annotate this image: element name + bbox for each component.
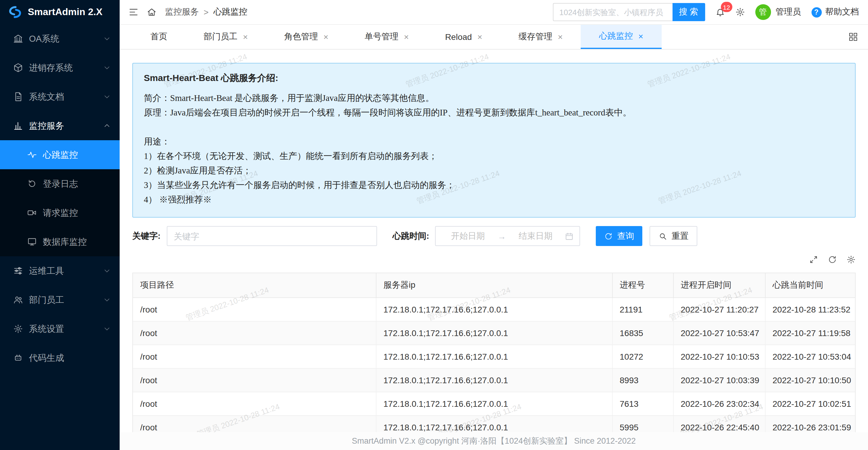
date-range-picker[interactable]: 开始日期 → 结束日期 [435,226,580,246]
table-cell: 2022-10-26 22:45:40 [673,415,765,432]
table-cell: 2022-10-28 11:23:52 [765,297,855,321]
table-cell: 172.18.0.1;172.17.16.6;127.0.0.1 [376,321,612,344]
global-search: 搜 索 [553,3,705,21]
help-label: 帮助文档 [825,7,859,18]
tab-cache-manage[interactable]: 缓存管理 × [500,25,581,49]
table-cell: 2022-10-26 23:01:59 [765,415,855,432]
sidebar-item-monitor[interactable]: 监控服务 [0,111,120,140]
menu-collapse-icon[interactable] [129,7,138,17]
notification-bell[interactable]: 12 [715,7,725,17]
table-column-header: 项目路径 [133,273,376,297]
column-setting-gear-icon[interactable] [846,255,855,264]
tab-home[interactable]: 首页 [132,25,186,49]
sidebar-item-label: 监控服务 [29,120,64,131]
query-button[interactable]: 查询 [596,226,643,246]
gear-icon[interactable] [735,7,745,17]
sidebar-submenu-monitor: 心跳监控 登录日志 请求监控 数据库监控 [0,140,120,256]
sidebar-item-label: 代码生成 [29,352,64,364]
tab-list-menu[interactable] [838,25,868,49]
table-cell: 2022-10-27 10:53:47 [673,321,765,344]
end-date-placeholder[interactable]: 结束日期 [510,231,562,241]
fullscreen-icon[interactable] [809,255,818,264]
sidebar-item-login-log[interactable]: 登录日志 [0,169,120,198]
table-column-header: 心跳当前时间 [765,273,855,297]
sidebar-item-label: OA系统 [29,33,59,44]
logo-icon [8,5,22,19]
app-logo[interactable]: SmartAdmin 2.X [0,0,120,24]
file-icon [13,92,23,101]
sidebar-item-oa[interactable]: OA系统 [0,24,120,53]
sidebar-item-label: 系统设置 [29,323,64,335]
heartbeat-table: 项目路径服务器ip进程号进程开启时间心跳当前时间 /root172.18.0.1… [132,273,855,432]
tab-role-manage[interactable]: 角色管理 × [266,25,346,49]
bar-chart-icon [13,121,23,130]
avatar: 管 [755,4,771,20]
sidebar-item-employee[interactable]: 部门员工 [0,285,120,314]
query-button-label: 查询 [617,231,634,241]
close-icon[interactable]: × [404,33,409,41]
sidebar-item-docs[interactable]: 系统文档 [0,82,120,111]
table-cell: 21191 [612,297,673,321]
chevron-up-icon [103,122,111,129]
page-content: 管理员 2022-10-28 11:24管理员 2022-10-28 11:24… [120,50,868,432]
bank-icon [13,34,23,43]
sidebar-item-settings[interactable]: 系统设置 [0,314,120,343]
table-body: /root172.18.0.1;172.17.16.6;127.0.0.1211… [133,297,855,432]
close-icon[interactable]: × [323,33,328,41]
table-cell: 2022-10-27 10:02:51 [765,392,855,415]
close-icon[interactable]: × [243,33,248,41]
sidebar-item-label: 进销存系统 [29,62,73,73]
sidebar-item-ops[interactable]: 运维工具 [0,256,120,285]
sidebar-item-request-monitor[interactable]: 请求监控 [0,198,120,227]
table-row: /root172.18.0.1;172.17.16.6;127.0.0.1211… [133,297,855,321]
sidebar-item-label: 数据库监控 [43,236,87,247]
table-column-header: 进程号 [612,273,673,297]
close-icon[interactable]: × [558,33,563,41]
sidebar-item-label: 请求监控 [43,207,78,218]
breadcrumb-item[interactable]: 监控服务 [165,7,199,18]
table-cell: 172.18.0.1;172.17.16.6;127.0.0.1 [376,392,612,415]
intro-line: 用途： [144,134,844,149]
tab-order-manage[interactable]: 单号管理 × [346,25,427,49]
user-name: 管理员 [776,7,801,18]
home-icon[interactable] [147,7,156,17]
search-input[interactable] [553,3,672,21]
close-icon[interactable]: × [477,33,482,41]
sidebar-item-db-monitor[interactable]: 数据库监控 [0,227,120,256]
intro-title: Smart-Heart-Beat 心跳服务介绍: [144,72,844,84]
help-doc-link[interactable]: ? 帮助文档 [811,7,859,18]
search-button[interactable]: 搜 索 [672,3,705,21]
video-icon [27,208,37,218]
footer-text: SmartAdmin V2.x @copyright 河南·洛阳【1024创新实… [352,436,636,446]
sidebar-item-label: 运维工具 [29,265,64,276]
intro-line: 2）检测Java应用是否存活； [144,163,844,178]
tab-label: Reload [445,32,472,42]
sidebar-item-label: 登录日志 [43,178,78,189]
table-cell: /root [133,368,376,392]
table-column-header: 进程开启时间 [673,273,765,297]
table-cell: 2022-10-27 10:03:39 [673,368,765,392]
table-cell: 2022-10-27 10:10:53 [673,344,765,368]
reset-button[interactable]: 重置 [650,226,698,246]
close-icon[interactable]: × [639,32,643,40]
sidebar-item-codegen[interactable]: 代码生成 [0,343,120,372]
refresh-icon[interactable] [828,255,837,264]
table-cell: 10272 [612,344,673,368]
breadcrumb: 监控服务 > 心跳监控 [165,7,247,18]
sidebar-item-heartbeat[interactable]: 心跳监控 [0,140,120,169]
table-cell: /root [133,344,376,368]
tab-department-employee[interactable]: 部门员工 × [186,25,266,49]
start-date-placeholder[interactable]: 开始日期 [442,231,494,241]
login-log-icon [27,179,37,188]
tab-heartbeat-monitor[interactable]: 心跳监控 × [581,25,661,49]
table-cell: 2022-10-27 11:20:27 [673,297,765,321]
table-cell: 172.18.0.1;172.17.16.6;127.0.0.1 [376,344,612,368]
tab-reload[interactable]: Reload × [427,25,500,49]
sidebar-item-jxc[interactable]: 进销存系统 [0,53,120,82]
range-arrow-icon: → [498,231,506,241]
keyword-input[interactable] [166,226,377,246]
intro-line: 原理：Java后端会在项目启动的时候开启一个线程，每隔一段时间将该应用的IP、进… [144,105,844,120]
user-menu[interactable]: 管 管理员 [755,4,801,20]
table-cell: 2022-10-26 23:02:34 [673,392,765,415]
filter-bar: 关键字: 心跳时间: 开始日期 → 结束日期 查询 重置 [132,226,855,246]
